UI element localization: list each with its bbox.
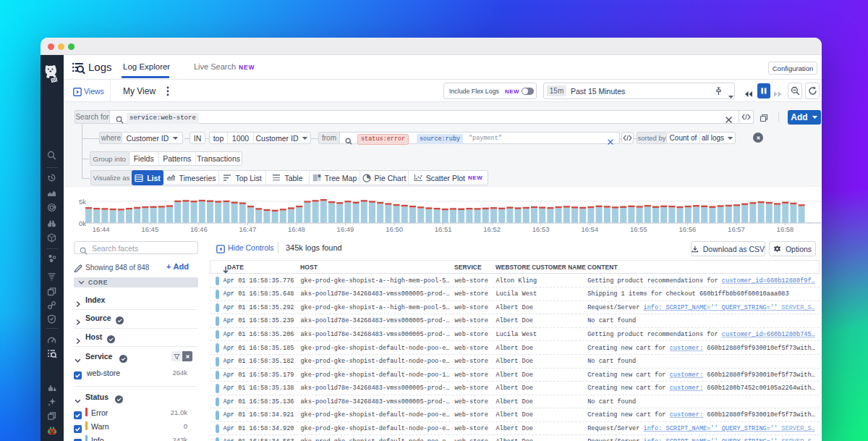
svg-text:16:57: 16:57 — [728, 225, 745, 233]
svg-text:16:46: 16:46 — [190, 225, 208, 233]
svg-text:0k: 0k — [79, 219, 86, 227]
svg-text:16:53: 16:53 — [532, 225, 550, 233]
svg-text:16:47: 16:47 — [239, 225, 257, 233]
svg-text:16:54: 16:54 — [581, 225, 598, 233]
svg-text:16:44: 16:44 — [93, 225, 110, 233]
svg-text:16:48: 16:48 — [288, 225, 305, 233]
svg-text:16:56: 16:56 — [679, 225, 697, 233]
svg-text:16:58: 16:58 — [777, 225, 794, 233]
svg-text:16:50: 16:50 — [386, 225, 403, 233]
svg-text:5k: 5k — [79, 198, 86, 206]
svg-text:16:51: 16:51 — [435, 225, 452, 233]
svg-text:16:45: 16:45 — [141, 225, 158, 233]
svg-text:16:49: 16:49 — [337, 225, 354, 233]
svg-text:16:55: 16:55 — [630, 225, 647, 233]
svg-text:16:52: 16:52 — [483, 225, 501, 233]
